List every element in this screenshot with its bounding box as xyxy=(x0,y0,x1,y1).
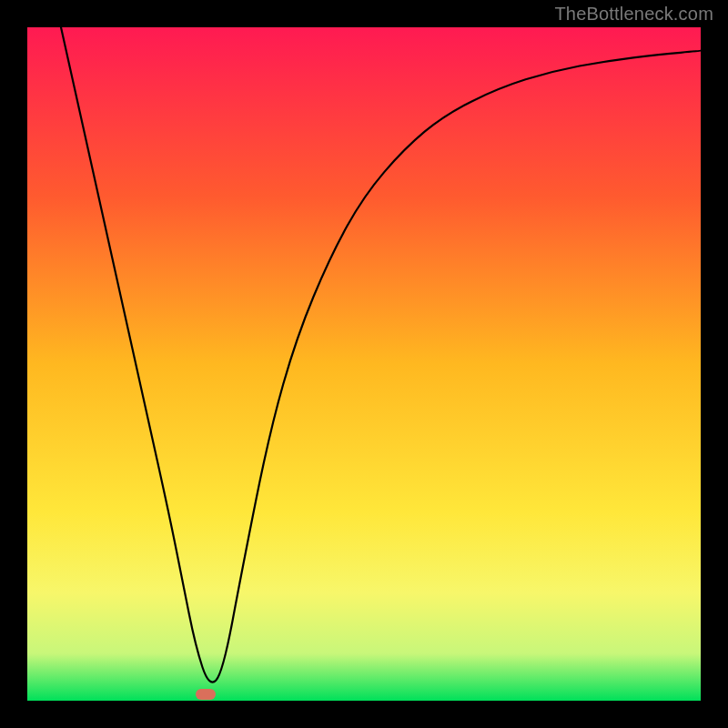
plot-area xyxy=(27,27,701,701)
watermark-text: TheBottleneck.com xyxy=(554,4,713,25)
gradient-background xyxy=(27,27,701,701)
optimum-marker xyxy=(196,689,216,700)
plot-svg xyxy=(27,27,701,701)
chart-frame: TheBottleneck.com xyxy=(0,0,728,728)
